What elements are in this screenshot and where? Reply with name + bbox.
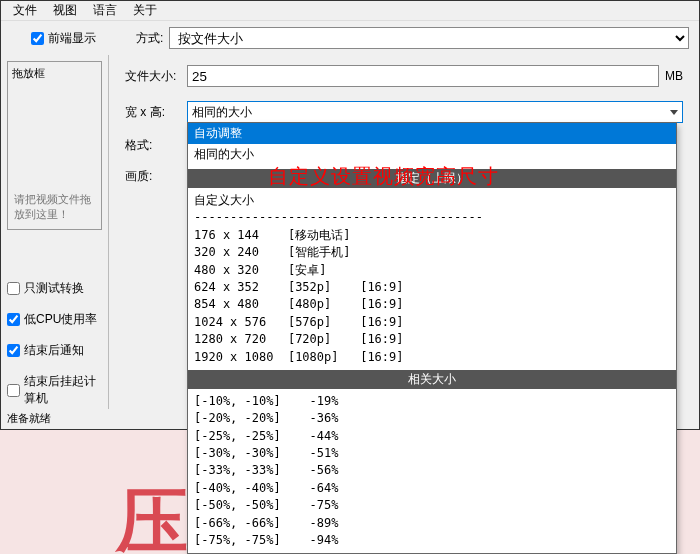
- wh-label: 宽 x 高:: [125, 104, 187, 121]
- dropdown-rel-item[interactable]: [-10%, -10%] -19%: [194, 393, 670, 410]
- format-label: 格式:: [125, 137, 187, 154]
- mode-row: 方式: 按文件大小: [136, 27, 689, 49]
- wh-dropdown: 自动调整 相同的大小 自定义设置视频宽高尺寸 指定（上限） 自定义大小 ----…: [187, 122, 677, 554]
- dropdown-preset-item[interactable]: 1920 x 1080 [1080p] [16:9]: [194, 349, 670, 366]
- filesize-row: 文件大小: MB: [125, 65, 683, 87]
- dropdown-upper-body: 自定义大小 ----------------------------------…: [188, 188, 676, 370]
- dropdown-rel-item[interactable]: [-25%, -25%] -44%: [194, 428, 670, 445]
- dropdown-preset-item[interactable]: 480 x 320 [安卓]: [194, 262, 670, 279]
- wh-select[interactable]: 相同的大小: [187, 101, 683, 123]
- front-display-checkbox[interactable]: 前端显示: [31, 30, 96, 47]
- dropdown-preset-item[interactable]: 854 x 480 [480p] [16:9]: [194, 296, 670, 313]
- toolbar: 前端显示 方式: 按文件大小: [1, 21, 699, 55]
- annotation-text: 自定义设置视频宽高尺寸: [268, 163, 499, 190]
- dropdown-item-custom[interactable]: 自定义大小: [194, 192, 670, 209]
- dropdown-section-rel: 相关大小: [188, 370, 676, 389]
- dropdown-preset-item[interactable]: 320 x 240 [智能手机]: [194, 244, 670, 261]
- filesize-unit: MB: [665, 69, 683, 83]
- front-display-label: 前端显示: [48, 30, 96, 47]
- wh-row: 宽 x 高: 相同的大小: [125, 101, 683, 123]
- front-display-input[interactable]: [31, 32, 44, 45]
- menu-language[interactable]: 语言: [85, 0, 125, 21]
- menu-about[interactable]: 关于: [125, 0, 165, 21]
- sidebar-options: 只测试转换 低CPU使用率 结束后通知 结束后挂起计算机: [7, 280, 102, 407]
- status-text: 准备就绪: [7, 412, 51, 424]
- drop-frame-label: 拖放框: [12, 66, 97, 81]
- dropdown-rel-item[interactable]: [-30%, -30%] -51%: [194, 445, 670, 462]
- done-suspend-checkbox[interactable]: 结束后挂起计算机: [7, 373, 102, 407]
- dropdown-preset-item[interactable]: 624 x 352 [352p] [16:9]: [194, 279, 670, 296]
- wh-value: 相同的大小: [192, 104, 252, 121]
- menu-file[interactable]: 文件: [5, 0, 45, 21]
- dropdown-preset-item[interactable]: 1280 x 720 [720p] [16:9]: [194, 331, 670, 348]
- dropdown-rel-body: [-10%, -10%] -19%[-20%, -20%] -36%[-25%,…: [188, 389, 676, 554]
- dropdown-rel-item[interactable]: [-40%, -40%] -64%: [194, 480, 670, 497]
- menu-view[interactable]: 视图: [45, 0, 85, 21]
- test-only-checkbox[interactable]: 只测试转换: [7, 280, 102, 297]
- filesize-input[interactable]: [187, 65, 659, 87]
- sidebar: 拖放框 请把视频文件拖放到这里！ 只测试转换 低CPU使用率 结束后通知 结束后…: [1, 55, 109, 413]
- dropdown-rel-item[interactable]: [-75%, -75%] -94%: [194, 532, 670, 549]
- dropdown-rel-item[interactable]: [-66%, -66%] -89%: [194, 515, 670, 532]
- dropdown-separator: ----------------------------------------: [194, 209, 670, 226]
- dropdown-preset-item[interactable]: 1024 x 576 [576p] [16:9]: [194, 314, 670, 331]
- mode-label: 方式:: [136, 30, 163, 47]
- dropdown-preset-item[interactable]: 176 x 144 [移动电话]: [194, 227, 670, 244]
- mode-select[interactable]: 按文件大小: [169, 27, 689, 49]
- low-cpu-checkbox[interactable]: 低CPU使用率: [7, 311, 102, 328]
- dropdown-rel-item[interactable]: [-20%, -20%] -36%: [194, 410, 670, 427]
- menubar: 文件 视图 语言 关于: [1, 1, 699, 21]
- drop-hint: 请把视频文件拖放到这里！: [14, 192, 95, 223]
- dropdown-item-same[interactable]: 相同的大小 自定义设置视频宽高尺寸: [188, 144, 676, 169]
- dropdown-rel-item[interactable]: [-50%, -50%] -75%: [194, 497, 670, 514]
- done-notify-checkbox[interactable]: 结束后通知: [7, 342, 102, 359]
- dropdown-item-auto[interactable]: 自动调整: [188, 123, 676, 144]
- filesize-label: 文件大小:: [125, 68, 187, 85]
- dropdown-rel-item[interactable]: [-33%, -33%] -56%: [194, 462, 670, 479]
- drop-frame[interactable]: 拖放框 请把视频文件拖放到这里！: [7, 61, 102, 230]
- quality-label: 画质:: [125, 168, 187, 185]
